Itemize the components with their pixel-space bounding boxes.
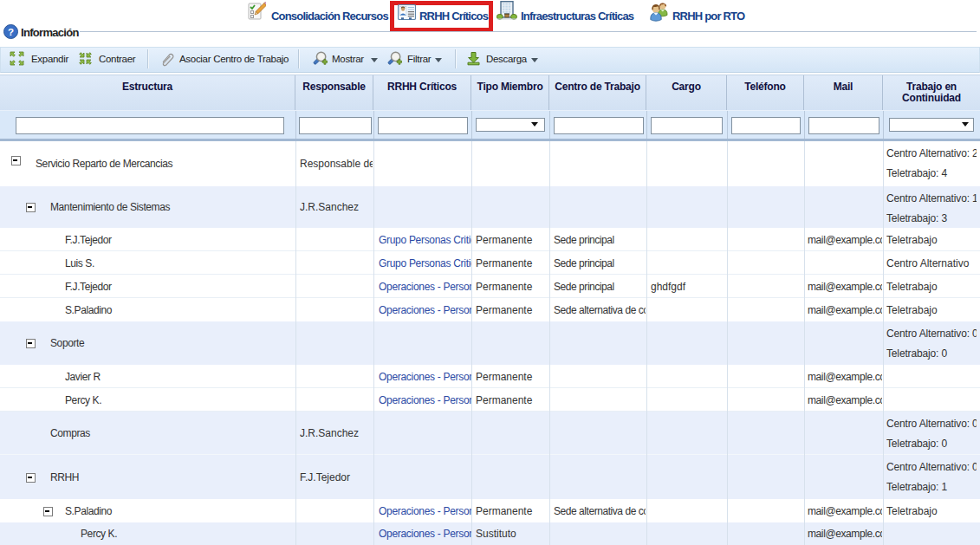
svg-text:?: ? (8, 27, 14, 37)
